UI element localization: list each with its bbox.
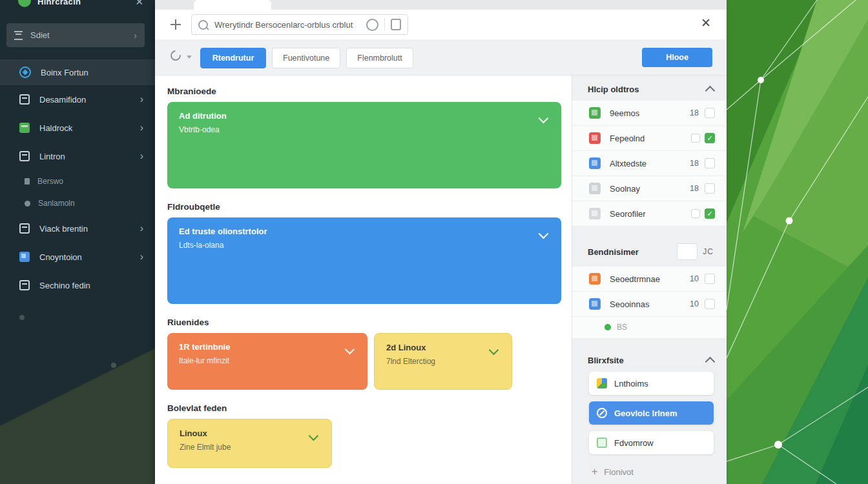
sidebar: Hlnrcracln ✕ Sdiet › Boinx Fortun Desami… xyxy=(0,0,155,484)
search-input[interactable]: Wrerytindr Bersocenlarc-orblus crblut xyxy=(191,14,408,35)
sidebar-subitem-sanlamoln[interactable]: Sanlamoln xyxy=(0,192,155,214)
gray-package-icon xyxy=(589,183,601,194)
filter-buttons: Rtendrutur Fuentivotune Flenmbrolutt xyxy=(200,48,413,68)
search-value: Wrerytindr Bersocenlarc-orblus crblut xyxy=(214,20,366,30)
source-card-lnthoims[interactable]: Lnthoims xyxy=(589,372,714,395)
caret-down-icon[interactable] xyxy=(187,55,192,59)
sidebar-filter-input[interactable]: Sdiet › xyxy=(6,23,145,47)
sidebar-item-desamifidon[interactable]: Desamifidon › xyxy=(0,85,155,114)
sidebar-item-lintron[interactable]: Lintron › xyxy=(0,142,155,170)
chevron-up-icon[interactable] xyxy=(705,357,716,367)
refresh-icon[interactable] xyxy=(169,48,183,63)
chevron-right-icon: › xyxy=(140,252,143,262)
mini-input[interactable] xyxy=(677,243,698,260)
list-item[interactable]: Seoedtrmnae 10 xyxy=(572,267,727,292)
chevron-right-icon: › xyxy=(140,223,143,234)
panel-section-header[interactable]: Blirxfsite xyxy=(572,347,727,372)
toolbar: Wrerytindr Bersocenlarc-orblus crblut ✕ xyxy=(155,10,727,39)
sidebar-item-haldrock[interactable]: Haldrock › xyxy=(0,114,155,142)
category-card-green[interactable]: Ad ditrution Vbtrtb-odea xyxy=(167,102,561,188)
active-tab[interactable] xyxy=(194,0,271,10)
stack-icon xyxy=(19,94,30,105)
count-badge: 10 xyxy=(690,299,699,308)
card-subtitle: 7lnd Elterctiog xyxy=(386,357,500,366)
list-item[interactable]: Seorofiler xyxy=(572,201,727,227)
checkbox-checked[interactable] xyxy=(705,133,715,143)
count-badge: 10 xyxy=(690,274,699,283)
close-icon[interactable]: ✕ xyxy=(135,0,143,8)
section-heading: Riuenides xyxy=(167,318,561,327)
red-package-icon xyxy=(589,132,601,144)
list-item[interactable]: Altxtedste 18 xyxy=(572,151,727,176)
checkbox[interactable] xyxy=(705,299,715,309)
chevron-right-icon: › xyxy=(140,151,143,161)
sidebar-item-boinx-fortun[interactable]: Boinx Fortun xyxy=(0,59,155,85)
window-close-icon[interactable]: ✕ xyxy=(701,15,711,30)
orange-package-icon xyxy=(589,273,601,285)
panel-list: Seoedtrmnae 10 Seooinnas 10 xyxy=(572,267,727,317)
section-mbranioede: Mbranioede Ad ditrution Vbtrtb-odea xyxy=(167,86,561,188)
card-title: Ed truste olionstrtolor xyxy=(179,227,550,236)
category-card-yellow[interactable]: 2d Linoux 7lnd Elterctiog xyxy=(374,333,512,390)
blue-package-icon xyxy=(589,298,601,310)
chevron-up-icon[interactable] xyxy=(705,86,716,96)
panel-icon xyxy=(19,223,30,234)
app-window: Wrerytindr Bersocenlarc-orblus crblut ✕ … xyxy=(155,0,727,484)
category-card-orange[interactable]: 1R tertinbnie Itale-lur mfinzit xyxy=(167,333,367,390)
status-row: BS xyxy=(572,317,727,339)
checkbox[interactable] xyxy=(705,158,715,168)
window-body: Mbranioede Ad ditrution Vbtrtb-odea Fldr… xyxy=(155,76,727,484)
checkbox[interactable] xyxy=(705,274,715,284)
count-badge: 18 xyxy=(690,184,699,193)
section-heading: Bolevlat feden xyxy=(167,403,561,413)
section-heading: Fldroubqetle xyxy=(167,202,561,212)
checkbox[interactable] xyxy=(691,209,700,218)
sidebar-filter-label: Sdiet xyxy=(30,30,50,40)
count-badge: 18 xyxy=(690,108,699,117)
sidebar-header: Hlnrcracln ✕ xyxy=(0,0,155,10)
copy-icon xyxy=(19,280,30,290)
filter-button[interactable]: Fuentivotune xyxy=(272,48,340,68)
sidebar-item-viack-brentin[interactable]: Viack brentin › xyxy=(0,214,155,243)
filter-icon xyxy=(14,31,23,40)
green-square-icon xyxy=(19,123,30,133)
sidebar-nav: Boinx Fortun Desamifidon › Haldrock › Li… xyxy=(0,59,155,299)
scan-icon[interactable] xyxy=(391,19,401,30)
panel-section-header[interactable]: Hlcip oldtros xyxy=(572,76,727,101)
card-subtitle: Zine Elmlt jube xyxy=(180,443,320,452)
checkbox-checked[interactable] xyxy=(705,208,715,219)
sidebar-item-cnoyntoion[interactable]: Cnoyntoion › xyxy=(0,243,155,271)
checkbox[interactable] xyxy=(705,108,715,118)
status-label: BS xyxy=(617,323,627,332)
card-title: Linoux xyxy=(180,429,320,438)
panel-section-header[interactable]: Bendnisimer JC xyxy=(572,234,727,267)
desktop-wallpaper xyxy=(727,0,868,484)
filter-button[interactable]: Flenmbrolutt xyxy=(346,48,413,68)
status-dot-icon xyxy=(604,324,611,330)
add-source-link[interactable]: + Fionivot xyxy=(572,461,727,477)
category-card-blue[interactable]: Ed truste olionstrtolor Ldts-la-olana xyxy=(167,217,561,304)
printer-icon xyxy=(589,208,601,219)
sidebar-subitem-berswo[interactable]: Berswo xyxy=(0,170,155,192)
checkbox[interactable] xyxy=(705,183,715,194)
list-item[interactable]: 9eemos 18 xyxy=(572,101,727,126)
primary-action-button[interactable]: Hlooe xyxy=(642,48,712,67)
checkbox[interactable] xyxy=(691,134,700,143)
card-subtitle: Vbtrtb-odea xyxy=(179,125,550,134)
section-riuenides: Riuenides 1R tertinbnie Itale-lur mfinzi… xyxy=(167,318,561,390)
crosshair-icon[interactable] xyxy=(170,19,181,30)
right-panel: Hlcip oldtros 9eemos 18 Fepeolnd xyxy=(572,76,727,484)
app-logo-icon xyxy=(18,0,31,7)
filter-button-active[interactable]: Rtendrutur xyxy=(200,48,266,68)
source-card-selected[interactable]: Geovlolc lrlnem xyxy=(589,401,714,425)
list-item[interactable]: Fepeolnd xyxy=(572,126,727,151)
main-content: Mbranioede Ad ditrution Vbtrtb-odea Fldr… xyxy=(155,76,572,484)
list-item[interactable]: Seooinnas 10 xyxy=(572,292,727,317)
category-card-yellow-small[interactable]: Linoux Zine Elmlt jube xyxy=(167,419,332,468)
divider xyxy=(384,18,385,31)
sidebar-item-sechino-fedin[interactable]: Sechino fedin xyxy=(0,271,155,299)
history-icon[interactable] xyxy=(366,19,378,31)
list-item[interactable]: Soolnay 18 xyxy=(572,176,727,201)
panel-list: 9eemos 18 Fepeolnd Altxtedste 18 xyxy=(572,101,727,227)
source-card-fdvomrow[interactable]: Fdvomrow xyxy=(589,431,714,454)
